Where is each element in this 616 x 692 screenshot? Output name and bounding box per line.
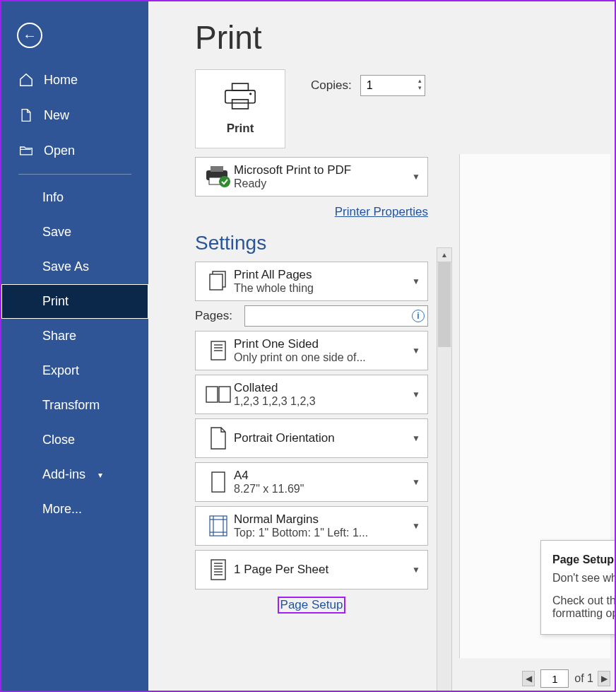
sidebar-label: Add-ins bbox=[42, 467, 85, 482]
info-icon[interactable]: i bbox=[412, 310, 425, 322]
tooltip-title: Page Setup bbox=[552, 553, 616, 566]
sides-dropdown[interactable]: Print One Sided Only print on one side o… bbox=[195, 331, 428, 370]
copies-input[interactable] bbox=[361, 76, 403, 95]
chevron-down-icon: ▼ bbox=[412, 521, 420, 531]
home-icon bbox=[18, 72, 34, 88]
sidebar-item-print[interactable]: Print bbox=[1, 284, 148, 319]
caret-up-icon: ▴ bbox=[418, 77, 422, 84]
pages-per-sheet-dropdown[interactable]: 1 Page Per Sheet ▼ bbox=[195, 550, 428, 590]
svg-point-7 bbox=[219, 176, 230, 187]
back-arrow-icon: ← bbox=[23, 28, 37, 44]
sidebar-item-open[interactable]: Open bbox=[1, 133, 148, 168]
svg-rect-16 bbox=[212, 472, 225, 492]
scroll-up-button[interactable]: ▲ bbox=[437, 248, 451, 262]
paper-size-dropdown[interactable]: A4 8.27" x 11.69" ▼ bbox=[195, 462, 428, 502]
svg-rect-14 bbox=[206, 387, 218, 402]
pages-input[interactable] bbox=[245, 306, 410, 326]
collate-icon bbox=[203, 384, 234, 405]
print-settings-column: Print Copies: ▴▾ bbox=[195, 69, 428, 691]
sidebar-item-share[interactable]: Share bbox=[1, 319, 148, 353]
sidebar-item-close[interactable]: Close bbox=[1, 423, 148, 457]
sidebar-item-new[interactable]: New bbox=[1, 98, 148, 133]
dd-sub: Top: 1" Bottom: 1" Left: 1... bbox=[234, 527, 408, 539]
page-setup-tooltip: Page Setup Don't see what you're looking… bbox=[540, 540, 616, 635]
svg-rect-1 bbox=[225, 90, 255, 103]
svg-rect-0 bbox=[232, 83, 249, 90]
current-page-input[interactable] bbox=[540, 669, 569, 688]
back-button[interactable]: ← bbox=[17, 23, 42, 48]
copies-input-wrap: ▴▾ bbox=[360, 75, 425, 96]
tooltip-line2: Check out the full set of page formattin… bbox=[552, 594, 616, 620]
print-button[interactable]: Print bbox=[195, 69, 285, 148]
sidebar-item-addins[interactable]: Add-ins ▾ bbox=[1, 457, 148, 492]
svg-rect-22 bbox=[211, 560, 225, 580]
sidebar-item-export[interactable]: Export bbox=[1, 353, 148, 388]
folder-open-icon bbox=[18, 143, 34, 158]
dd-sub: The whole thing bbox=[234, 282, 408, 295]
margins-dropdown[interactable]: Normal Margins Top: 1" Bottom: 1" Left: … bbox=[195, 506, 428, 546]
copies-spinner[interactable]: ▴▾ bbox=[418, 77, 422, 91]
pages-label: Pages: bbox=[195, 309, 237, 323]
dd-label: Collated bbox=[234, 381, 408, 395]
print-button-label: Print bbox=[227, 122, 254, 136]
printer-status: Ready bbox=[234, 177, 408, 190]
preview-page-nav: ◀ of 1 ▶ bbox=[522, 669, 610, 688]
sidebar-separator bbox=[18, 174, 131, 175]
chevron-down-icon: ▾ bbox=[98, 470, 102, 480]
orientation-dropdown[interactable]: Portrait Orientation ▼ bbox=[195, 418, 428, 458]
chevron-down-icon: ▼ bbox=[412, 565, 420, 575]
collate-dropdown[interactable]: Collated 1,2,3 1,2,3 1,2,3 ▼ bbox=[195, 375, 428, 414]
one-sided-icon bbox=[203, 339, 234, 363]
main-panel: Print Print Copies: bbox=[148, 1, 615, 691]
next-page-button[interactable]: ▶ bbox=[598, 671, 610, 686]
svg-rect-15 bbox=[219, 387, 230, 402]
sidebar-item-saveas[interactable]: Save As bbox=[1, 250, 148, 284]
chevron-down-icon: ▼ bbox=[412, 389, 420, 399]
dd-sub: 8.27" x 11.69" bbox=[234, 483, 408, 495]
backstage-sidebar: ← Home New Open Info Save Save As Print … bbox=[1, 1, 148, 691]
svg-rect-2 bbox=[232, 100, 249, 109]
dd-label: A4 bbox=[234, 469, 408, 483]
sidebar-label: Info bbox=[42, 190, 64, 205]
sidebar-label: More... bbox=[42, 502, 82, 517]
dd-sub: Only print on one side of... bbox=[234, 351, 408, 364]
tooltip-line1: Don't see what you're looking for? bbox=[552, 572, 616, 585]
sidebar-item-more[interactable]: More... bbox=[1, 492, 148, 527]
sidebar-label: Open bbox=[44, 143, 75, 158]
copies-label: Copies: bbox=[311, 78, 352, 93]
printer-icon bbox=[222, 82, 259, 110]
chevron-down-icon: ▼ bbox=[412, 477, 420, 487]
sidebar-label: Save bbox=[42, 225, 71, 240]
settings-heading: Settings bbox=[195, 232, 428, 254]
sidebar-item-save[interactable]: Save bbox=[1, 215, 148, 250]
page-title: Print bbox=[148, 1, 615, 69]
margins-icon bbox=[203, 514, 234, 538]
page-setup-link[interactable]: Page Setup bbox=[195, 597, 428, 614]
pages-input-wrap: i bbox=[244, 305, 428, 327]
chevron-down-icon: ▼ bbox=[412, 346, 420, 356]
sidebar-label: Transform bbox=[42, 398, 100, 413]
printer-name: Microsoft Print to PDF bbox=[234, 163, 408, 177]
sidebar-label: Export bbox=[42, 363, 79, 378]
sidebar-item-home[interactable]: Home bbox=[1, 62, 148, 98]
page-setup-text: Page Setup bbox=[278, 597, 346, 614]
dd-sub: 1,2,3 1,2,3 1,2,3 bbox=[234, 395, 408, 408]
dd-label: Print One Sided bbox=[234, 337, 408, 351]
chevron-down-icon: ▼ bbox=[412, 433, 420, 443]
dd-label: Print All Pages bbox=[234, 268, 408, 282]
dd-label: Normal Margins bbox=[234, 512, 408, 527]
sidebar-item-info[interactable]: Info bbox=[1, 180, 148, 215]
prev-page-button[interactable]: ◀ bbox=[522, 671, 535, 686]
svg-rect-5 bbox=[211, 166, 223, 172]
settings-scrollbar[interactable]: ▲ ▼ bbox=[437, 247, 452, 692]
printer-selector[interactable]: Microsoft Print to PDF Ready ▼ bbox=[195, 157, 428, 197]
printer-ready-icon bbox=[203, 165, 234, 189]
printer-properties-link[interactable]: Printer Properties bbox=[195, 205, 428, 219]
sidebar-label: Home bbox=[44, 73, 78, 88]
print-what-dropdown[interactable]: Print All Pages The whole thing ▼ bbox=[195, 262, 428, 301]
scroll-thumb[interactable] bbox=[438, 262, 451, 347]
sidebar-label: Print bbox=[42, 294, 69, 309]
document-icon bbox=[18, 107, 34, 123]
sidebar-item-transform[interactable]: Transform bbox=[1, 388, 148, 423]
svg-rect-9 bbox=[210, 274, 223, 290]
